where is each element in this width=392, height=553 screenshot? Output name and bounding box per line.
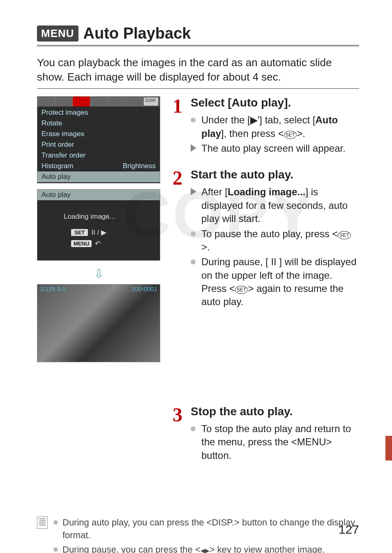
dot-bullet-icon [53, 547, 58, 552]
dot-bullet-icon [191, 118, 196, 123]
title-rule [37, 45, 359, 46]
set-pill: SET [71, 229, 88, 236]
menu-item-histogram: Histogram Brightness [37, 161, 160, 171]
set-icon: SET [338, 231, 350, 239]
menu-pill: MENU [71, 240, 92, 247]
triangle-bullet-icon [191, 144, 196, 152]
step-heading: Start the auto play. [191, 168, 359, 181]
menu-item: Rotate [37, 118, 160, 129]
step-line: During pause, [ II ] will be displayed o… [191, 255, 359, 309]
disp-tag: DISP. [144, 97, 158, 106]
dot-bullet-icon [53, 520, 58, 525]
step-number: 1 [173, 96, 187, 157]
menu-item: Print order [37, 139, 160, 150]
right-column: 1Select [Auto play].Under the [▶'] tab, … [173, 96, 359, 475]
step-heading: Select [Auto play]. [191, 96, 359, 109]
down-arrow-icon: ⇩ [37, 266, 160, 281]
dot-bullet-icon [191, 231, 196, 236]
pause-play-glyph: II / ▶ [91, 228, 106, 237]
tab-icon-selected [73, 97, 90, 106]
step-line: To pause the auto play, press <SET>. [191, 227, 359, 254]
dot-bullet-icon [191, 426, 196, 431]
step-line: To stop the auto play and return to the … [191, 422, 359, 462]
step-number: 3 [173, 405, 187, 464]
back-glyph: ↶ [95, 239, 101, 248]
note-icon [37, 516, 48, 529]
menu-item: Erase images [37, 129, 160, 139]
set-icon: SET [284, 131, 297, 139]
histogram-value: Brightness [123, 162, 156, 170]
separator [37, 88, 359, 89]
tab-icon [90, 97, 108, 106]
menu-screenshot: DISP. Protect images Rotate Erase images… [37, 96, 160, 183]
step: 2Start the auto play.After [Loading imag… [173, 168, 359, 310]
page-title: Auto Playback [83, 25, 191, 42]
photo-info-left: 1/125 8.0 [40, 285, 66, 292]
menu-button-label: MENU [297, 436, 326, 447]
menu-item-selected: Auto play [37, 171, 160, 182]
step: 1Select [Auto play].Under the [▶'] tab, … [173, 96, 359, 157]
step-line: The auto play screen will appear. [191, 142, 359, 155]
notes-section: During auto play, you can press the <DIS… [37, 516, 359, 553]
sample-photo: 1/125 8.0 100-0001 [37, 284, 160, 362]
tab-icon [108, 97, 126, 106]
menu-badge: MENU [37, 25, 78, 42]
menu-item: Protect images [37, 107, 160, 118]
edge-tab [385, 436, 392, 460]
tab-icon [126, 97, 144, 106]
note-line: During auto play, you can press the <DIS… [53, 516, 359, 542]
title-row: MENU Auto Playback [37, 25, 359, 42]
step-heading: Stop the auto play. [191, 405, 359, 418]
tab-icon [55, 97, 73, 106]
triangle-bullet-icon [191, 188, 196, 195]
step-line: After [Loading image...] is displayed fo… [191, 185, 359, 225]
set-icon: SET [235, 286, 248, 294]
loading-text: Loading image... [58, 213, 160, 221]
step-line: Under the [▶'] tab, select [Auto play], … [191, 113, 359, 140]
tab-icon [37, 97, 55, 106]
page-number: 127 [339, 523, 359, 537]
left-column: DISP. Protect images Rotate Erase images… [37, 96, 160, 475]
autoplay-screenshot: Auto play Loading image... SET II / ▶ ME… [37, 189, 160, 261]
intro-text: You can playback the images in the card … [37, 56, 359, 84]
left-right-key-icon [201, 544, 210, 553]
photo-info-right: 100-0001 [131, 285, 157, 292]
step: 3Stop the auto play.To stop the auto pla… [173, 405, 359, 464]
dot-bullet-icon [191, 259, 196, 264]
autoplay-title: Auto play [37, 190, 160, 200]
step-number: 2 [173, 168, 187, 310]
note-line: During pause, you can press the <> key t… [53, 544, 359, 553]
disp-button-label: DISP. [212, 517, 234, 528]
menu-item: Transfer order [37, 150, 160, 161]
histogram-label: Histogram [42, 162, 73, 170]
